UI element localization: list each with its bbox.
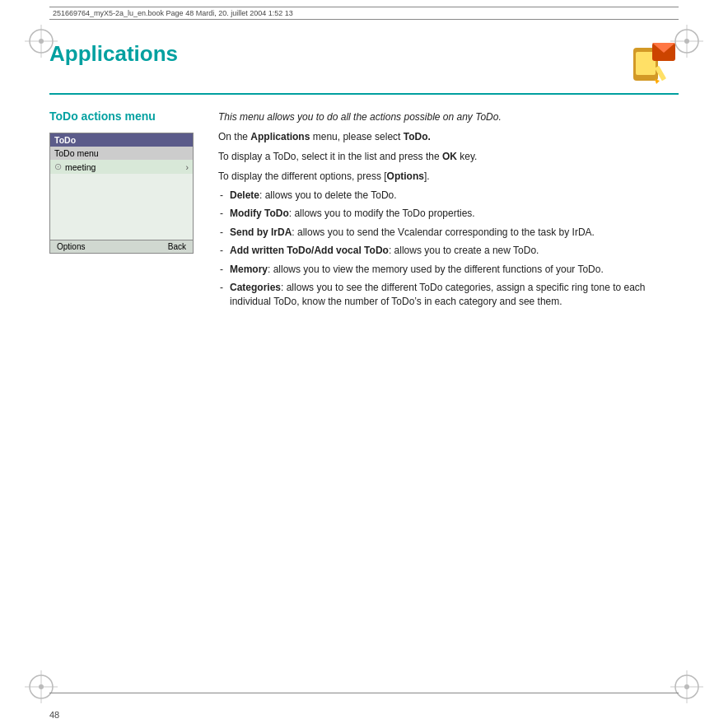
line1-paragraph: On the Applications menu, please select … — [218, 129, 679, 144]
top-info-bar: 251669764_myX5-2a_lu_en.book Page 48 Mar… — [49, 7, 679, 20]
phone-row-todo: ToDo — [50, 133, 193, 147]
line2-paragraph: To display a ToDo, select it in the list… — [218, 149, 679, 164]
phone-body-empty — [50, 174, 193, 240]
menu-item-3: - Add written ToDo/Add vocal ToDo: allow… — [218, 244, 679, 258]
arrow-icon: › — [186, 162, 189, 172]
main-content: Applications ToDo actions menu — [49, 41, 679, 679]
meeting-label: meeting — [65, 162, 96, 172]
page-number: 48 — [49, 710, 59, 720]
page-header: Applications — [49, 41, 679, 95]
phone-row-header: ToDo menu — [50, 147, 193, 160]
intro-italic: This menu allows you to do all the actio… — [218, 111, 502, 123]
todo-label: ToDo. — [404, 131, 431, 142]
menu-label-rest-2: : allows you to send the Vcalendar corre… — [292, 226, 595, 238]
menu-item-2: - Send by IrDA: allows you to send the V… — [218, 226, 679, 240]
content-text: This menu allows you to do all the actio… — [218, 110, 679, 310]
line3-suffix: ]. — [424, 170, 430, 182]
menu-dash-0: - — [218, 189, 230, 203]
menu-dash-4: - — [218, 263, 230, 277]
menu-item-4: - Memory: allows you to view the memory … — [218, 263, 679, 277]
meeting-icon: ⊙ — [54, 161, 62, 172]
intro-paragraph: This menu allows you to do all the actio… — [218, 110, 679, 124]
menu-text-0: Delete: allows you to delete the ToDo. — [230, 189, 397, 203]
section-body: ToDo actions menu ToDo ToDo menu ⊙ meeti… — [49, 110, 679, 314]
menu-item-5: - Categories: allows you to see the diff… — [218, 281, 679, 310]
menu-label-rest-5: : allows you to see the different ToDo c… — [230, 282, 646, 307]
line1-suffix: menu, please select — [310, 131, 403, 142]
ok-label: OK — [442, 151, 457, 162]
menu-item-0: - Delete: allows you to delete the ToDo. — [218, 189, 679, 203]
menu-label-bold-5: Categories — [230, 282, 281, 293]
section-right: This menu allows you to do all the actio… — [218, 110, 679, 314]
menu-text-2: Send by IrDA: allows you to send the Vca… — [230, 226, 595, 240]
phone-footer: Options Back — [50, 240, 193, 253]
back-button: Back — [161, 240, 193, 253]
options-button: Options — [50, 240, 91, 253]
menu-text-3: Add written ToDo/Add vocal ToDo: allows … — [230, 244, 539, 258]
menu-label-rest-1: : allows you to modify the ToDo properti… — [289, 208, 475, 219]
section-left: ToDo actions menu ToDo ToDo menu ⊙ meeti… — [49, 110, 202, 314]
menu-label-rest-4: : allows you to view the memory used by … — [268, 264, 604, 275]
svg-rect-20 — [654, 53, 674, 61]
section-heading: ToDo actions menu — [49, 110, 202, 123]
menu-dash-5: - — [218, 281, 230, 310]
bottom-line — [49, 693, 679, 693]
menu-label-bold-4: Memory — [230, 264, 268, 275]
phone-row-meeting: ⊙ meeting › — [50, 160, 193, 174]
menu-label-bold-1: Modify ToDo — [230, 208, 289, 219]
options-label: Options — [387, 170, 424, 182]
menu-text-5: Categories: allows you to see the differ… — [230, 281, 679, 310]
line3-prefix: To display the different options, press … — [218, 170, 387, 182]
page-title: Applications — [49, 41, 178, 67]
line2-suffix: key. — [457, 151, 477, 162]
line2-text: To display a ToDo, select it in the list… — [218, 151, 442, 162]
top-bar-text: 251669764_myX5-2a_lu_en.book Page 48 Mar… — [53, 9, 293, 17]
menu-label-bold-0: Delete — [230, 189, 259, 201]
menu-label-rest-3: : allows you to create a new ToDo. — [389, 245, 539, 256]
line3-paragraph: To display the different options, press … — [218, 169, 679, 184]
apps-icon — [629, 41, 679, 86]
menu-label-bold-3: Add written ToDo/Add vocal ToDo — [230, 245, 389, 256]
menu-label-bold-2: Send by IrDA — [230, 226, 292, 238]
applications-label: Applications — [250, 131, 310, 142]
menu-dash-1: - — [218, 207, 230, 221]
menu-dash-2: - — [218, 226, 230, 240]
phone-screen: ToDo ToDo menu ⊙ meeting › Options Back — [49, 133, 194, 254]
menu-dash-3: - — [218, 244, 230, 258]
line1-prefix: On the — [218, 131, 250, 142]
menu-list: - Delete: allows you to delete the ToDo.… — [218, 189, 679, 310]
menu-text-1: Modify ToDo: allows you to modify the To… — [230, 207, 475, 221]
menu-label-rest-0: : allows you to delete the ToDo. — [259, 189, 397, 201]
menu-item-1: - Modify ToDo: allows you to modify the … — [218, 207, 679, 221]
svg-marker-22 — [655, 79, 660, 84]
menu-text-4: Memory: allows you to view the memory us… — [230, 263, 604, 277]
